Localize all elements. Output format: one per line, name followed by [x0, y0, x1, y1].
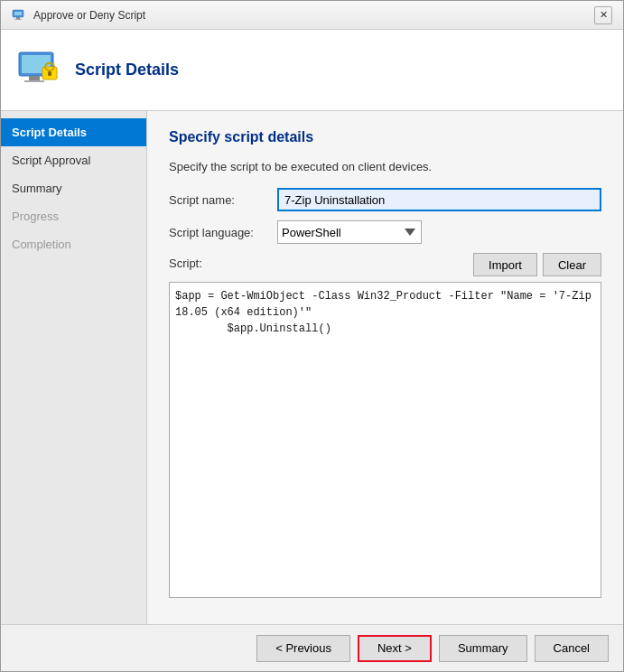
script-name-input[interactable] [277, 188, 601, 211]
sidebar-item-completion: Completion [1, 230, 146, 258]
sidebar-item-summary[interactable]: Summary [1, 174, 146, 202]
dialog-title: Approve or Deny Script [33, 9, 145, 22]
script-language-label: Script language: [169, 226, 277, 239]
script-name-field [277, 188, 601, 211]
svg-rect-1 [14, 12, 22, 15]
script-label: Script: [169, 253, 277, 270]
svg-rect-7 [24, 80, 44, 82]
section-title: Specify script details [169, 129, 601, 145]
script-language-row: Script language: PowerShell [169, 220, 601, 244]
script-name-row: Script name: [169, 188, 601, 211]
script-language-field: PowerShell [277, 220, 601, 244]
script-name-label: Script name: [169, 193, 277, 207]
import-button[interactable]: Import [473, 253, 537, 276]
footer: < Previous Next > Summary Cancel [1, 624, 623, 671]
main-content: Specify script details Specify the scrip… [147, 111, 623, 624]
svg-rect-3 [14, 19, 22, 20]
svg-rect-6 [29, 76, 40, 80]
header-title: Script Details [75, 61, 179, 79]
svg-rect-10 [48, 71, 51, 76]
title-bar-left: Approve or Deny Script [12, 8, 145, 23]
script-editor[interactable] [169, 282, 601, 598]
sidebar-item-script-approval[interactable]: Script Approval [1, 146, 146, 174]
header-area: Script Details [1, 30, 623, 111]
header-computer-icon [15, 47, 62, 94]
sidebar: Script Details Script Approval Summary P… [1, 111, 147, 624]
close-button[interactable]: ✕ [594, 6, 612, 24]
script-header-row: Script: Import Clear [169, 253, 601, 276]
approve-deny-dialog: Approve or Deny Script ✕ Script Details … [0, 0, 624, 672]
title-bar: Approve or Deny Script ✕ [1, 1, 623, 30]
body-area: Script Details Script Approval Summary P… [1, 111, 623, 624]
script-language-select[interactable]: PowerShell [277, 220, 422, 244]
script-buttons: Import Clear [277, 253, 601, 276]
sidebar-item-progress: Progress [1, 202, 146, 230]
dialog-icon [12, 8, 26, 23]
previous-button[interactable]: < Previous [256, 635, 350, 662]
description-text: Specify the script to be executed on cli… [169, 160, 601, 173]
clear-button[interactable]: Clear [543, 253, 601, 276]
summary-button[interactable]: Summary [439, 635, 527, 662]
cancel-button[interactable]: Cancel [535, 635, 609, 662]
svg-rect-2 [16, 17, 20, 19]
next-button[interactable]: Next > [358, 635, 432, 662]
sidebar-item-script-details[interactable]: Script Details [1, 118, 146, 146]
